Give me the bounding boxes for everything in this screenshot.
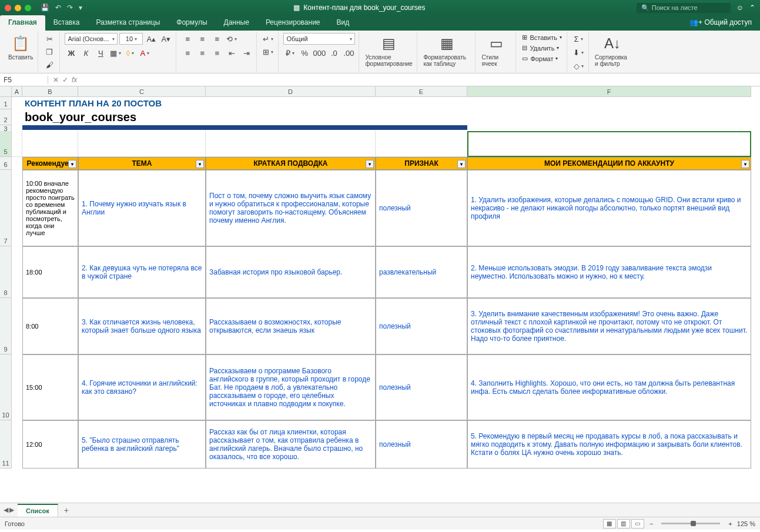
percent-icon[interactable]: % xyxy=(298,47,311,59)
zoom-slider[interactable] xyxy=(661,523,720,524)
increase-decimal-icon[interactable]: .0 xyxy=(327,47,340,59)
cell-priznak[interactable]: развлекательный xyxy=(376,246,467,298)
align-top-icon[interactable]: ≡ xyxy=(181,33,194,45)
cell-time[interactable]: 18:00 xyxy=(22,246,78,298)
decrease-font-icon[interactable]: A▾ xyxy=(159,33,172,45)
name-box[interactable]: F5 xyxy=(0,76,48,84)
table-header-priznak[interactable]: ПРИЗНАК▾ xyxy=(376,157,467,170)
account-icon[interactable]: ☺ xyxy=(736,4,744,12)
row-header[interactable]: 5 xyxy=(0,131,12,157)
cell-time[interactable]: 10:00 вначале рекомендую просто поиграть… xyxy=(22,170,78,246)
increase-font-icon[interactable]: A▴ xyxy=(145,33,158,45)
search-input[interactable]: 🔍 Поиск на листе xyxy=(637,3,731,13)
decrease-decimal-icon[interactable]: .00 xyxy=(342,47,355,59)
row-header[interactable]: 6 xyxy=(0,157,12,170)
cell-rec[interactable]: 2. Меньше использовать эмодзи. В 2019 го… xyxy=(467,246,751,298)
cell-rec[interactable]: 4. Заполнить Highlights. Хорошо, что они… xyxy=(467,354,751,420)
close-window-icon[interactable] xyxy=(5,5,11,11)
cell-time[interactable]: 15:00 xyxy=(22,354,78,420)
cancel-formula-icon[interactable]: ✕ xyxy=(53,76,59,84)
add-sheet-button[interactable]: + xyxy=(58,503,75,517)
cell-tema[interactable]: 5. "Было страшно отправлять ребенка в ан… xyxy=(78,420,206,469)
page-layout-view-icon[interactable]: ▥ xyxy=(617,519,630,528)
align-bottom-icon[interactable]: ≡ xyxy=(210,33,223,45)
cell-pod[interactable]: Рассказываем о программе Базового англий… xyxy=(206,354,376,420)
col-header-c[interactable]: C xyxy=(78,86,206,97)
indent-increase-icon[interactable]: ⇥ xyxy=(240,47,253,59)
sort-filter-button[interactable]: A↓ Сортировка и фильтр xyxy=(594,33,631,68)
cell-tema[interactable]: 3. Как отличается жизнь человека, которы… xyxy=(78,298,206,354)
comma-icon[interactable]: 000 xyxy=(313,47,326,59)
spreadsheet-grid[interactable]: A B C D E F 1 КОНТЕНТ ПЛАН НА 20 ПОСТОВ … xyxy=(0,86,760,503)
table-header-pod[interactable]: КРАТКАЯ ПОДВОДКА▾ xyxy=(206,157,376,170)
redo-icon[interactable]: ↷ xyxy=(67,4,73,12)
cut-icon[interactable]: ✂ xyxy=(43,33,56,45)
align-left-icon[interactable]: ≡ xyxy=(181,47,194,59)
bold-button[interactable]: Ж xyxy=(65,47,78,59)
fx-icon[interactable]: fx xyxy=(72,76,77,84)
col-header-d[interactable]: D xyxy=(206,86,376,97)
format-painter-icon[interactable]: 🖌 xyxy=(43,59,56,71)
tab-data[interactable]: Данные xyxy=(216,15,257,31)
cell-pod[interactable]: Забавная история про языковой барьер. xyxy=(206,246,376,298)
align-center-icon[interactable]: ≡ xyxy=(196,47,209,59)
table-header-tema[interactable]: ТЕМА▾ xyxy=(78,157,206,170)
align-right-icon[interactable]: ≡ xyxy=(210,47,223,59)
delete-cells-button[interactable]: ⊟Удалить▾ xyxy=(521,44,563,52)
cell-priznak[interactable]: полезный xyxy=(376,420,467,469)
currency-icon[interactable]: ₽ xyxy=(283,47,296,59)
cell-tema[interactable]: 1. Почему нужно изучать язык в Англии xyxy=(78,170,206,246)
filter-icon[interactable]: ▾ xyxy=(366,160,374,168)
table-header-rec[interactable]: МОИ РЕКОМЕНДАЦИИ ПО АККАУНТУ▾ xyxy=(467,157,751,170)
borders-dropdown[interactable]: ▦ xyxy=(109,47,122,59)
cell-time[interactable]: 8:00 xyxy=(22,298,78,354)
cell-pod[interactable]: Рассказываем о возможностях, которые отк… xyxy=(206,298,376,354)
tab-view[interactable]: Вид xyxy=(329,15,358,31)
fullscreen-window-icon[interactable] xyxy=(25,5,31,11)
filter-icon[interactable]: ▾ xyxy=(196,160,204,168)
zoom-level[interactable]: 125 % xyxy=(737,520,755,527)
cell-priznak[interactable]: полезный xyxy=(376,354,467,420)
confirm-formula-icon[interactable]: ✓ xyxy=(62,76,68,84)
normal-view-icon[interactable]: ▦ xyxy=(603,519,616,528)
indent-decrease-icon[interactable]: ⇤ xyxy=(225,47,238,59)
share-button[interactable]: 👥+ Общий доступ xyxy=(681,15,760,31)
merge-cells-icon[interactable]: ⊞ xyxy=(262,46,274,58)
table-header-recommend[interactable]: Рекомендуем▾ xyxy=(22,157,78,170)
paste-button[interactable]: 📋 Вставить xyxy=(7,33,34,62)
align-middle-icon[interactable]: ≡ xyxy=(196,33,209,45)
zoom-out-button[interactable]: − xyxy=(649,520,653,527)
format-cells-button[interactable]: ▭Формат▾ xyxy=(521,54,563,63)
clear-icon[interactable]: ◇ xyxy=(572,60,585,72)
italic-button[interactable]: К xyxy=(79,47,92,59)
ribbon-toggle-icon[interactable]: ⌃ xyxy=(749,4,755,12)
qat-dropdown-icon[interactable]: ▾ xyxy=(79,4,82,12)
zoom-in-button[interactable]: + xyxy=(728,520,732,527)
filter-icon[interactable]: ▾ xyxy=(741,160,749,168)
fill-color-dropdown[interactable]: ◊ xyxy=(123,47,136,59)
cell-tema[interactable]: 2. Как девушка чуть не потеряла все в чу… xyxy=(78,246,206,298)
selected-cell-f5[interactable] xyxy=(467,131,751,157)
copy-icon[interactable]: ❐ xyxy=(43,46,56,58)
row-header[interactable]: 7 xyxy=(0,170,12,246)
number-format-dropdown[interactable]: Общий xyxy=(283,33,355,45)
tab-insert[interactable]: Вставка xyxy=(45,15,88,31)
col-header-b[interactable]: B xyxy=(22,86,78,97)
font-color-dropdown[interactable]: A xyxy=(138,47,151,59)
conditional-formatting-button[interactable]: ▤ Условное форматирование xyxy=(364,33,413,68)
cell-priznak[interactable]: полезный xyxy=(376,170,467,246)
cell-rec[interactable]: 1. Удалить изображения, которые делались… xyxy=(467,170,751,246)
cell-styles-button[interactable]: ▭ Стили ячеек xyxy=(480,33,512,68)
autosum-icon[interactable]: Σ xyxy=(572,33,585,45)
col-header-a[interactable]: A xyxy=(12,86,22,97)
cell-rec[interactable]: 5. Рекомендую в первый месяц не продават… xyxy=(467,420,751,469)
orientation-icon[interactable]: ⟲ xyxy=(225,33,238,45)
tab-layout[interactable]: Разметка страницы xyxy=(88,15,168,31)
row-header[interactable]: 8 xyxy=(0,246,12,298)
tab-home[interactable]: Главная xyxy=(0,15,45,31)
tab-review[interactable]: Рецензирование xyxy=(257,15,329,31)
row-header[interactable]: 1 xyxy=(0,97,12,109)
font-size-dropdown[interactable]: 10 xyxy=(119,33,143,45)
tab-formulas[interactable]: Формулы xyxy=(168,15,215,31)
underline-button[interactable]: Ч xyxy=(94,47,107,59)
